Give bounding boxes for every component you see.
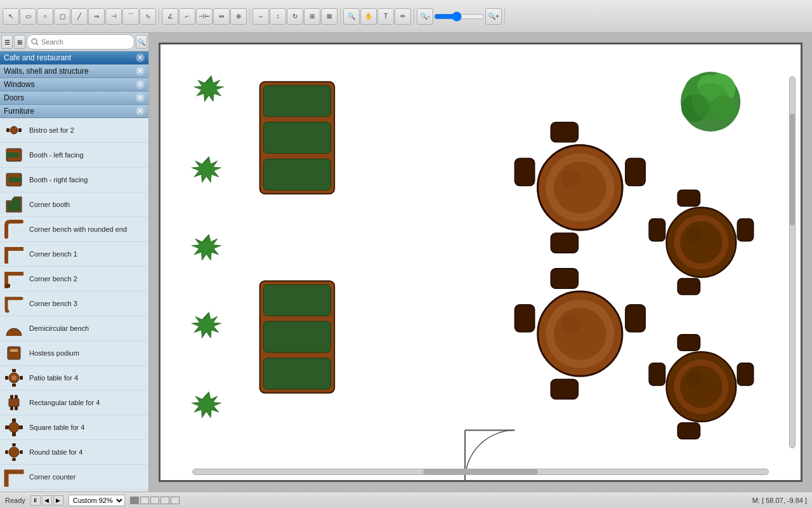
svg-rect-19 bbox=[10, 406, 13, 410]
corner-booth-icon bbox=[4, 194, 24, 215]
statusbar: Ready ⏸ ◀ ▶ Custom 92% 100% 75% 50% M: [… bbox=[0, 491, 812, 508]
plant-4[interactable] bbox=[192, 312, 221, 338]
category-windows[interactable]: Windows ✕ bbox=[0, 78, 148, 91]
shape-label: Corner bench 2 bbox=[29, 275, 77, 283]
flip-v-tool[interactable]: ↕ bbox=[270, 8, 286, 25]
category-cafe-restaurant[interactable]: Cafe and restaurant ✕ bbox=[0, 51, 148, 65]
pan-tool[interactable]: ✋ bbox=[360, 8, 377, 25]
freehand-tool[interactable]: ∿ bbox=[140, 8, 156, 25]
next-btn[interactable]: ▶ bbox=[53, 495, 63, 505]
arrow-tool[interactable]: ⇒ bbox=[88, 8, 105, 25]
flip-h-tool[interactable]: ↔ bbox=[252, 8, 269, 25]
zoom-select[interactable]: Custom 92% 100% 75% 50% bbox=[69, 495, 125, 506]
shape-item-patio-table[interactable]: Patio table for 4 bbox=[0, 366, 148, 391]
category-label: Doors bbox=[4, 93, 24, 102]
shape-item-corner-bench-1[interactable]: Corner bench 1 bbox=[0, 242, 148, 267]
category-close-btn[interactable]: ✕ bbox=[136, 107, 145, 116]
shape-item-corner-counter[interactable]: Corner counter bbox=[0, 465, 148, 490]
rect-tool[interactable]: ▭ bbox=[20, 8, 36, 25]
shape-item-square-table[interactable]: Square table for 4 bbox=[0, 415, 148, 440]
category-close-btn[interactable]: ✕ bbox=[136, 93, 145, 102]
shape-item-round-table-4[interactable]: Round table for 4 bbox=[0, 440, 148, 465]
demicircular-bench-icon bbox=[4, 318, 24, 338]
category-walls[interactable]: Walls, shell and structure ✕ bbox=[0, 65, 148, 78]
category-close-btn[interactable]: ✕ bbox=[136, 53, 145, 62]
curved-tool[interactable]: ⌒ bbox=[122, 8, 139, 25]
search-input[interactable] bbox=[27, 34, 134, 50]
svg-rect-9 bbox=[10, 349, 18, 352]
booth-1[interactable] bbox=[260, 82, 335, 194]
shape-item-booth-left[interactable]: Booth - left facing bbox=[0, 143, 148, 168]
shape-item-bistro[interactable]: Bistro set for 2 bbox=[0, 118, 148, 143]
prev-btn[interactable]: ◀ bbox=[42, 495, 52, 505]
pencil-tool[interactable]: ✏ bbox=[395, 8, 411, 25]
zoom-out-btn[interactable]: 🔍- bbox=[417, 8, 433, 25]
hostess-podium-icon bbox=[4, 343, 24, 363]
canvas-scrollbar-h[interactable] bbox=[192, 469, 769, 475]
shape-tool-5[interactable]: ⊕ bbox=[230, 8, 247, 25]
category-label: Windows bbox=[4, 80, 35, 89]
shape-item-round-table[interactable]: Round table bbox=[0, 490, 148, 491]
shape-tool-1[interactable]: ∠ bbox=[162, 8, 178, 25]
plant-1[interactable] bbox=[194, 76, 224, 102]
ready-status: Ready bbox=[5, 497, 25, 504]
zoom-view-tool[interactable]: 🔍 bbox=[343, 8, 360, 25]
plant-3[interactable] bbox=[192, 234, 221, 260]
prog-seg-1 bbox=[130, 497, 139, 504]
category-close-btn[interactable]: ✕ bbox=[136, 80, 145, 89]
shape-item-corner-booth[interactable]: Corner booth bbox=[0, 192, 148, 217]
ungroup-tool[interactable]: ⊠ bbox=[321, 8, 337, 25]
svg-rect-61 bbox=[551, 233, 578, 253]
shape-label: Corner counter bbox=[29, 473, 75, 481]
text-tool[interactable]: T bbox=[377, 8, 394, 25]
booth-left-icon bbox=[4, 145, 24, 165]
sidebar-search-btn[interactable]: 🔍 bbox=[136, 35, 147, 49]
square-tool[interactable]: ▢ bbox=[54, 8, 70, 25]
sidebar-list-view-btn[interactable]: ☰ bbox=[1, 35, 13, 49]
canvas-scrollbar-v[interactable] bbox=[789, 76, 796, 448]
shape-item-corner-bench-2[interactable]: Corner bench 2 bbox=[0, 267, 148, 291]
shape-item-rect-table[interactable]: Rectangular table for 4 bbox=[0, 391, 148, 415]
sidebar-grid-view-btn[interactable]: ⊞ bbox=[14, 35, 25, 49]
corner-counter-icon bbox=[4, 467, 24, 487]
rotate-tool[interactable]: ↻ bbox=[287, 8, 303, 25]
drawing-canvas[interactable] bbox=[159, 43, 802, 482]
shape-item-corner-bench-3[interactable]: Corner bench 3 bbox=[0, 291, 148, 316]
svg-rect-69 bbox=[551, 269, 578, 288]
round-table-small-2[interactable] bbox=[649, 335, 754, 439]
prog-seg-2 bbox=[140, 497, 149, 504]
shape-tool-3[interactable]: ⊣⊢ bbox=[196, 8, 213, 25]
shape-item-hostess-podium[interactable]: Hostess podium bbox=[0, 341, 148, 366]
shape-tool-2[interactable]: ⌐ bbox=[179, 8, 195, 25]
round-table-large-2[interactable] bbox=[514, 269, 645, 399]
prev-page-btn[interactable]: ⏸ bbox=[30, 495, 41, 505]
shape-tool-4[interactable]: ⇔ bbox=[213, 8, 230, 25]
booth-2[interactable] bbox=[260, 281, 335, 392]
category-doors[interactable]: Doors ✕ bbox=[0, 91, 148, 105]
svg-point-84 bbox=[686, 227, 702, 243]
line-tool[interactable]: ╱ bbox=[71, 8, 88, 25]
shape-item-booth-right[interactable]: Booth - right facing bbox=[0, 168, 148, 192]
page-progress bbox=[130, 497, 180, 504]
round-table-small-1[interactable] bbox=[649, 190, 754, 295]
shape-label: Patio table for 4 bbox=[29, 374, 78, 382]
svg-rect-18 bbox=[15, 395, 18, 399]
svg-point-11 bbox=[11, 375, 16, 380]
zoom-in-btn[interactable]: 🔍+ bbox=[485, 8, 502, 25]
category-close-btn[interactable]: ✕ bbox=[136, 67, 145, 76]
group-tool[interactable]: ⊞ bbox=[304, 8, 320, 25]
plant-5[interactable] bbox=[192, 392, 221, 418]
plant-2[interactable] bbox=[192, 156, 221, 182]
select-tool[interactable]: ↖ bbox=[3, 8, 19, 25]
plant-large[interactable] bbox=[681, 72, 740, 131]
ellipse-tool[interactable]: ○ bbox=[37, 8, 53, 25]
prog-seg-5 bbox=[171, 497, 180, 504]
zoom-slider[interactable] bbox=[434, 11, 485, 22]
canvas-area[interactable] bbox=[149, 33, 812, 491]
category-furniture[interactable]: Furniture ✕ bbox=[0, 105, 148, 118]
shape-item-demicircular-bench[interactable]: Demicircular bench bbox=[0, 316, 148, 341]
round-table-large-1[interactable] bbox=[514, 123, 645, 253]
svg-rect-53 bbox=[263, 86, 331, 117]
shape-item-corner-bench-rounded[interactable]: Corner bench with rounded end bbox=[0, 217, 148, 242]
connector-tool[interactable]: ⊣ bbox=[105, 8, 122, 25]
